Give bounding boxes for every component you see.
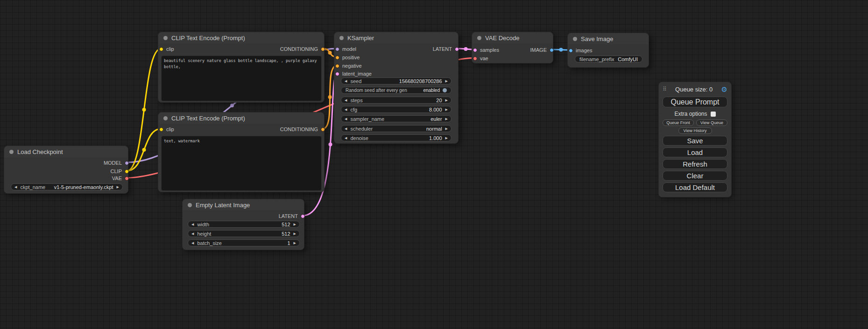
widget-sampler-name[interactable]: ◀ sampler_name euler ▶ xyxy=(341,115,452,122)
queue-prompt-button[interactable]: Queue Prompt xyxy=(663,97,727,107)
output-slot-latent[interactable]: LATENT xyxy=(279,213,305,219)
toggle-indicator-icon[interactable] xyxy=(443,88,447,92)
arrow-left-icon[interactable]: ◀ xyxy=(345,117,347,120)
arrow-right-icon[interactable]: ▶ xyxy=(445,127,448,130)
prompt-textarea[interactable]: beautiful scenery nature glass bottle la… xyxy=(161,56,322,101)
collapse-dot-icon[interactable] xyxy=(9,150,14,154)
input-slot-positive[interactable]: positive xyxy=(335,54,360,61)
arrow-right-icon[interactable]: ▶ xyxy=(294,232,296,235)
slot-dot-clip-icon[interactable] xyxy=(159,127,163,132)
arrow-right-icon[interactable]: ▶ xyxy=(117,185,119,189)
output-slot-latent[interactable]: LATENT xyxy=(433,46,459,52)
queue-front-button[interactable]: Queue Front xyxy=(663,119,694,126)
collapse-dot-icon[interactable] xyxy=(163,36,168,40)
arrow-right-icon[interactable]: ▶ xyxy=(445,136,448,140)
arrow-right-icon[interactable]: ▶ xyxy=(294,241,296,245)
output-slot-clip[interactable]: CLIP xyxy=(111,168,129,175)
clear-button[interactable]: Clear xyxy=(663,171,727,181)
node-titlebar[interactable]: CLIP Text Encode (Prompt) xyxy=(158,32,324,43)
slot-dot-latent-icon[interactable] xyxy=(455,47,459,51)
node-titlebar[interactable]: Load Checkpoint xyxy=(4,146,128,157)
prompt-textarea[interactable]: text, watermark xyxy=(161,136,322,191)
input-slot-latent-image[interactable]: latent_image xyxy=(335,70,372,77)
input-slot-model[interactable]: model xyxy=(335,46,356,52)
slot-dot-image-icon[interactable] xyxy=(569,49,573,53)
widget-steps[interactable]: ◀ steps 20 ▶ xyxy=(341,97,452,104)
output-slot-model[interactable]: MODEL xyxy=(104,160,129,166)
slot-dot-latent-icon[interactable] xyxy=(473,48,477,52)
comfyui-canvas[interactable]: Load Checkpoint MODEL CLIP VAE ◀ ckpt_na… xyxy=(0,0,868,329)
save-button[interactable]: Save xyxy=(663,136,727,146)
collapse-dot-icon[interactable] xyxy=(163,116,168,120)
load-button[interactable]: Load xyxy=(663,147,727,157)
widget-scheduler[interactable]: ◀ scheduler normal ▶ xyxy=(341,125,452,132)
node-vae-decode[interactable]: VAE Decode samples vae IMAGE xyxy=(472,32,553,63)
arrow-right-icon[interactable]: ▶ xyxy=(294,223,296,226)
output-slot-conditioning[interactable]: CONDITIONING xyxy=(280,126,325,133)
input-slot-vae[interactable]: vae xyxy=(473,55,488,62)
arrow-right-icon[interactable]: ▶ xyxy=(445,79,448,83)
arrow-left-icon[interactable]: ◀ xyxy=(345,79,347,83)
load-default-button[interactable]: Load Default xyxy=(663,182,727,192)
slot-dot-conditioning-icon[interactable] xyxy=(321,47,325,51)
collapse-dot-icon[interactable] xyxy=(339,36,344,40)
input-slot-samples[interactable]: samples xyxy=(473,47,499,53)
arrow-left-icon[interactable]: ◀ xyxy=(345,136,347,140)
arrow-left-icon[interactable]: ◀ xyxy=(345,98,347,102)
node-load-checkpoint[interactable]: Load Checkpoint MODEL CLIP VAE ◀ ckpt_na… xyxy=(4,146,128,194)
slot-dot-latent-icon[interactable] xyxy=(335,72,339,76)
arrow-left-icon[interactable]: ◀ xyxy=(191,232,194,235)
widget-filename-prefix[interactable]: filename_prefix ComfyUI xyxy=(575,56,642,63)
arrow-left-icon[interactable]: ◀ xyxy=(345,127,347,130)
refresh-button[interactable]: Refresh xyxy=(663,159,727,169)
node-titlebar[interactable]: CLIP Text Encode (Prompt) xyxy=(158,112,324,124)
slot-dot-vae-icon[interactable] xyxy=(473,56,477,61)
output-slot-image[interactable]: IMAGE xyxy=(530,47,554,53)
node-titlebar[interactable]: Save Image xyxy=(568,33,649,44)
node-ksampler[interactable]: KSampler model positive negative latent_… xyxy=(334,32,459,144)
slot-dot-model-icon[interactable] xyxy=(125,161,129,165)
slot-dot-conditioning-icon[interactable] xyxy=(335,64,339,68)
slot-dot-conditioning-icon[interactable] xyxy=(321,127,325,132)
node-empty-latent-image[interactable]: Empty Latent Image LATENT ◀ width 512 ▶ … xyxy=(182,199,304,250)
collapse-dot-icon[interactable] xyxy=(477,36,481,40)
node-titlebar[interactable]: VAE Decode xyxy=(472,32,553,43)
widget-cfg[interactable]: ◀ cfg 8.000 ▶ xyxy=(341,106,452,113)
slot-dot-model-icon[interactable] xyxy=(335,47,339,51)
widget-width[interactable]: ◀ width 512 ▶ xyxy=(188,221,300,228)
node-save-image[interactable]: Save Image images filename_prefix ComfyU… xyxy=(567,33,649,68)
widget-batch-size[interactable]: ◀ batch_size 1 ▶ xyxy=(188,239,300,246)
slot-dot-latent-icon[interactable] xyxy=(301,214,305,218)
input-slot-negative[interactable]: negative xyxy=(335,63,362,69)
output-slot-vae[interactable]: VAE xyxy=(112,175,129,182)
slot-dot-clip-icon[interactable] xyxy=(125,169,129,174)
drag-handle-icon[interactable]: ⠿ xyxy=(663,86,667,92)
widget-seed[interactable]: ◀ seed 156680208700286 ▶ xyxy=(341,77,452,84)
node-clip-text-encode-negative[interactable]: CLIP Text Encode (Prompt) clip CONDITION… xyxy=(158,112,325,192)
widget-ckpt-name[interactable]: ◀ ckpt_name v1-5-pruned-emaonly.ckpt ▶ xyxy=(11,183,123,190)
arrow-left-icon[interactable]: ◀ xyxy=(14,185,17,189)
arrow-left-icon[interactable]: ◀ xyxy=(191,241,194,245)
widget-random-seed-toggle[interactable]: Random seed after every gen enabled xyxy=(341,87,452,94)
slot-dot-clip-icon[interactable] xyxy=(159,47,163,51)
node-titlebar[interactable]: KSampler xyxy=(334,32,458,43)
collapse-dot-icon[interactable] xyxy=(573,37,577,41)
settings-gear-icon[interactable]: ⚙ xyxy=(721,86,727,93)
extra-options-checkbox[interactable] xyxy=(711,112,716,117)
arrow-right-icon[interactable]: ▶ xyxy=(445,117,448,120)
node-titlebar[interactable]: Empty Latent Image xyxy=(183,199,304,210)
arrow-right-icon[interactable]: ▶ xyxy=(445,98,448,102)
node-clip-text-encode-positive[interactable]: CLIP Text Encode (Prompt) clip CONDITION… xyxy=(158,32,325,103)
input-slot-clip[interactable]: clip xyxy=(159,126,174,133)
arrow-left-icon[interactable]: ◀ xyxy=(191,223,194,226)
slot-dot-vae-icon[interactable] xyxy=(125,176,129,181)
widget-denoise[interactable]: ◀ denoise 1.000 ▶ xyxy=(341,134,452,141)
view-queue-button[interactable]: View Queue xyxy=(696,119,727,126)
input-slot-clip[interactable]: clip xyxy=(159,46,174,52)
slot-dot-image-icon[interactable] xyxy=(550,48,554,52)
input-slot-images[interactable]: images xyxy=(569,47,592,54)
view-history-button[interactable]: View History xyxy=(678,127,712,134)
arrow-right-icon[interactable]: ▶ xyxy=(445,108,448,111)
collapse-dot-icon[interactable] xyxy=(188,203,192,207)
slot-dot-conditioning-icon[interactable] xyxy=(335,56,339,60)
